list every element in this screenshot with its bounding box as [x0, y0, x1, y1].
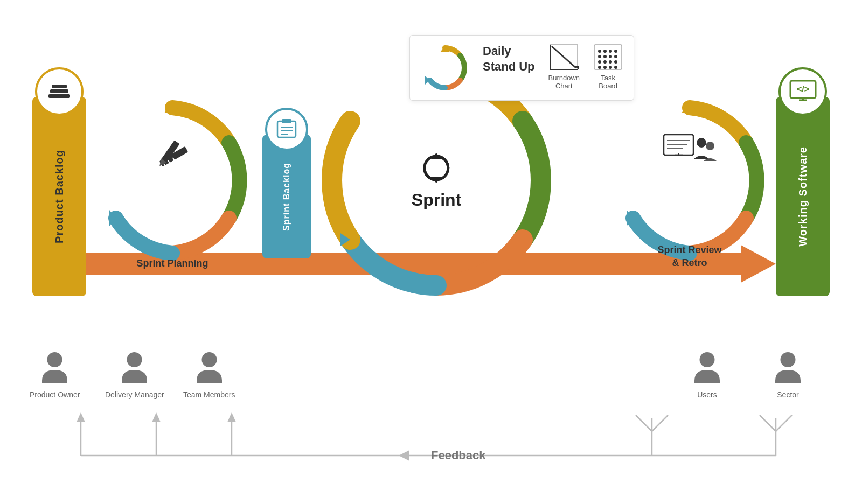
svg-point-34 [706, 142, 714, 150]
svg-point-58 [47, 352, 62, 367]
sector-label: Sector [777, 390, 798, 399]
svg-point-55 [603, 66, 607, 69]
taskboard-item: TaskBoard [593, 44, 623, 90]
svg-point-50 [598, 60, 601, 64]
working-software-label: Working Software [797, 146, 809, 247]
svg-rect-16 [277, 121, 296, 137]
svg-point-44 [609, 50, 612, 53]
svg-point-61 [700, 352, 715, 367]
product-backlog-label: Product Backlog [53, 150, 66, 243]
person-product-owner: Product Owner [30, 351, 80, 399]
svg-point-48 [609, 55, 612, 58]
person-team-members: Team Members [183, 351, 235, 399]
sprint-backlog-icon [265, 108, 308, 151]
svg-point-33 [697, 138, 706, 148]
svg-point-62 [781, 352, 796, 367]
sprint-center: Sprint [412, 151, 461, 210]
svg-marker-64 [77, 412, 85, 422]
svg-point-43 [603, 50, 607, 53]
sprint-backlog-label: Sprint Backlog [282, 163, 291, 231]
svg-point-49 [614, 55, 617, 58]
svg-point-54 [598, 66, 601, 69]
daily-standup-box: DailyStand Up BurndownChart [409, 35, 634, 101]
svg-point-52 [609, 60, 612, 64]
person-delivery-manager: Delivery Manager [105, 351, 164, 399]
burndown-chart-item: BurndownChart [548, 44, 580, 90]
taskboard-label: TaskBoard [599, 74, 617, 90]
sprint-review-label: Sprint Review& Retro [657, 244, 721, 269]
person-sector: Sector [773, 351, 803, 399]
product-backlog-pillar: Product Backlog [32, 97, 86, 296]
svg-text:Feedback: Feedback [431, 449, 486, 462]
svg-point-42 [598, 50, 601, 53]
working-software-pillar: </> Working Software [776, 97, 830, 296]
working-software-icon: </> [778, 67, 827, 116]
daily-standup-text: DailyStand Up [483, 44, 535, 74]
svg-rect-1 [48, 94, 70, 98]
svg-point-51 [603, 60, 607, 64]
feedback-arrows: Feedback [32, 402, 830, 466]
svg-point-59 [127, 352, 142, 367]
product-owner-label: Product Owner [30, 390, 80, 399]
svg-point-56 [609, 66, 612, 69]
svg-point-53 [614, 60, 617, 64]
product-backlog-icon [35, 67, 84, 116]
svg-point-45 [614, 50, 617, 53]
svg-marker-72 [399, 450, 409, 461]
svg-rect-3 [52, 85, 67, 88]
svg-marker-66 [152, 412, 161, 422]
delivery-manager-label: Delivery Manager [105, 390, 164, 399]
users-label: Users [697, 390, 717, 399]
svg-rect-2 [50, 89, 68, 93]
sprint-label: Sprint [412, 190, 461, 210]
svg-text:</>: </> [796, 85, 809, 94]
svg-point-47 [603, 55, 607, 58]
svg-marker-68 [227, 412, 236, 422]
svg-rect-17 [282, 119, 291, 123]
sprint-backlog-pillar: Sprint Backlog [262, 135, 311, 258]
team-members-label: Team Members [183, 390, 235, 399]
svg-rect-27 [664, 135, 693, 155]
daily-standup-circle [421, 44, 469, 92]
sprint-planning-area: Sprint Planning [89, 97, 256, 264]
person-users: Users [692, 351, 722, 399]
main-diagram: Product Backlog </> Working Software [0, 0, 862, 504]
svg-point-46 [598, 55, 601, 58]
burndown-label: BurndownChart [548, 74, 580, 90]
sprint-planning-label: Sprint Planning [137, 258, 208, 269]
sprint-review-area: Sprint Review& Retro [606, 97, 773, 264]
svg-point-60 [201, 352, 217, 367]
svg-point-57 [614, 66, 617, 69]
